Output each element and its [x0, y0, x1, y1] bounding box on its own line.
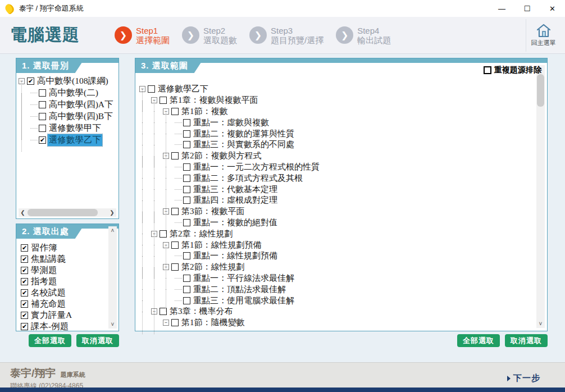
- tree-checkbox[interactable]: [171, 152, 179, 159]
- scroll-left-icon[interactable]: ❮: [19, 208, 27, 217]
- scope-vertical-scrollbar[interactable]: ˄ ˅: [536, 65, 545, 328]
- tree-item-label[interactable]: 高中數學(108課綱): [36, 75, 110, 87]
- source-vertical-scrollbar[interactable]: ˄ ˅: [108, 226, 117, 329]
- tree-item-label[interactable]: 第1節：線性規劃預備: [180, 240, 263, 250]
- tree-checkbox[interactable]: [39, 125, 46, 132]
- step-step4[interactable]: ❯Step4輸出試題: [336, 26, 391, 45]
- tree-collapse-icon[interactable]: −: [163, 320, 169, 326]
- step-step1[interactable]: ❯Step1選擇範圍: [115, 26, 170, 45]
- main-area: 1. 選取冊別 −✔高中數學(108課綱)高中數學(二)高中數學(四)A下高中數…: [0, 54, 565, 362]
- tree-checkbox[interactable]: [171, 241, 179, 249]
- source-checkbox[interactable]: ✔: [21, 312, 28, 319]
- tree-item-label[interactable]: 第3章：機率分布: [168, 306, 234, 317]
- tree-checkbox[interactable]: [39, 89, 46, 97]
- source-checkbox[interactable]: ✔: [21, 289, 28, 297]
- step-step3[interactable]: ❯Step3題目預覽/選擇: [249, 26, 323, 45]
- close-button[interactable]: ✕: [540, 0, 565, 17]
- source-item-label[interactable]: 實力評量A: [30, 309, 73, 321]
- scroll-down-icon[interactable]: ˅: [536, 320, 545, 328]
- source-item-label[interactable]: 焦點講義: [30, 253, 67, 265]
- tree-indent: [19, 122, 30, 134]
- volume-horizontal-scrollbar[interactable]: ❮ ❯: [19, 208, 116, 217]
- tree-item-label[interactable]: 高中數學(四)A下: [48, 99, 115, 111]
- source-checkbox[interactable]: ✔: [21, 323, 28, 330]
- tree-item-label[interactable]: 選修數學乙下: [48, 134, 102, 146]
- scroll-down-icon[interactable]: ˅: [108, 320, 117, 329]
- tree-item-label[interactable]: 重點一：複數的絕對值: [192, 217, 279, 228]
- tree-checkbox[interactable]: [183, 130, 190, 138]
- tree-item-label[interactable]: 重點四：虛根成對定理: [192, 195, 279, 206]
- tree-item-label[interactable]: 第3節：複數平面: [180, 206, 246, 217]
- next-step-button[interactable]: 下一步: [507, 373, 540, 384]
- dedupe-option[interactable]: 重複題源排除: [484, 65, 541, 75]
- tree-checkbox[interactable]: ✔: [39, 136, 46, 144]
- source-checkbox[interactable]: ✔: [21, 267, 28, 274]
- tree-checkbox[interactable]: [171, 108, 179, 115]
- scope-select-all-button[interactable]: 全部選取: [457, 334, 500, 347]
- source-deselect-all-button[interactable]: 取消選取: [76, 334, 119, 347]
- tree-checkbox[interactable]: [183, 119, 190, 126]
- tree-checkbox[interactable]: [183, 275, 190, 282]
- tree-checkbox[interactable]: [183, 163, 190, 171]
- tree-checkbox[interactable]: [183, 175, 190, 182]
- scroll-thumb[interactable]: [28, 209, 98, 216]
- scope-deselect-all-button[interactable]: 取消選取: [505, 334, 548, 347]
- source-checkbox[interactable]: ✔: [21, 256, 28, 263]
- scroll-up-icon[interactable]: ˄: [108, 226, 117, 235]
- maximize-button[interactable]: ☐: [514, 0, 540, 17]
- tree-checkbox[interactable]: [183, 286, 190, 293]
- tree-checkbox[interactable]: [183, 219, 190, 226]
- tree-item-label[interactable]: 重點三：使用電腦求最佳解: [192, 295, 295, 306]
- tree-checkbox[interactable]: [39, 113, 46, 120]
- step-step2[interactable]: ❯Step2選取題數: [182, 26, 237, 45]
- tree-checkbox[interactable]: [183, 141, 190, 148]
- source-checkbox[interactable]: ✔: [21, 244, 28, 252]
- tree-checkbox[interactable]: ✔: [27, 78, 34, 85]
- source-item-label[interactable]: 學測題: [30, 265, 58, 276]
- source-checkbox-list: ✔習作簿✔焦點講義✔學測題✔指考題✔名校試題✔補充命題✔實力評量A✔課本-例題: [16, 239, 119, 332]
- scroll-thumb[interactable]: [537, 74, 544, 107]
- tree-checkbox[interactable]: [160, 97, 167, 104]
- tree-indent: [139, 217, 151, 229]
- tree-checkbox[interactable]: [183, 297, 190, 304]
- source-checkbox[interactable]: ✔: [21, 278, 28, 285]
- source-select-all-button[interactable]: 全部選取: [29, 334, 71, 347]
- tree-checkbox[interactable]: [183, 197, 190, 204]
- tree-checkbox[interactable]: [39, 101, 46, 108]
- tree-checkbox[interactable]: [183, 252, 190, 259]
- tree-item-label[interactable]: 第2節：線性規劃: [180, 262, 246, 272]
- source-item-label[interactable]: 課本-例題: [30, 321, 70, 332]
- tree-checkbox[interactable]: [171, 319, 179, 326]
- tree-item-label[interactable]: 重點二：頂點法求最佳解: [192, 284, 287, 295]
- tree-item-label[interactable]: 重點二：複數的運算與性質: [192, 129, 295, 139]
- home-button[interactable]: 回主選單: [526, 19, 561, 52]
- source-item-label[interactable]: 指考題: [30, 276, 58, 288]
- tree-item-label[interactable]: 重點一：平行線法求最佳解: [192, 273, 295, 284]
- tree-item-label[interactable]: 高中數學(四)B下: [48, 111, 114, 122]
- source-checkbox[interactable]: ✔: [21, 300, 28, 308]
- scroll-right-icon[interactable]: ❯: [108, 208, 116, 217]
- tree-item-label[interactable]: 高中數學(二): [48, 87, 99, 99]
- source-item-label[interactable]: 補充命題: [30, 298, 67, 310]
- tree-item-label[interactable]: 第2章：線性規劃: [168, 229, 234, 239]
- tree-checkbox[interactable]: [171, 208, 179, 215]
- source-item-label[interactable]: 名校試題: [30, 287, 67, 299]
- source-item-label[interactable]: 習作簿: [30, 242, 58, 254]
- tree-checkbox[interactable]: [171, 263, 179, 271]
- tree-item-label[interactable]: 選修數學甲下: [48, 122, 102, 134]
- tree-item-label[interactable]: 第1章：複數與複數平面: [168, 95, 259, 106]
- tree-item-label[interactable]: 第1節：複數: [180, 106, 229, 117]
- tree-item-label[interactable]: 第1節：隨機變數: [180, 317, 246, 328]
- tree-item-label[interactable]: 重點一：線性規劃預備: [192, 250, 279, 261]
- tree-item-label[interactable]: 重點三：與實數系的不同處: [192, 139, 295, 150]
- tree-item-label[interactable]: 重點一：一元二次方程式根的性質: [192, 162, 321, 172]
- tree-checkbox[interactable]: [148, 85, 155, 93]
- tree-item-label[interactable]: 選修數學乙下: [157, 84, 209, 94]
- tree-item-label[interactable]: 重點一：虛數與複數: [192, 117, 270, 128]
- dedupe-checkbox[interactable]: [484, 66, 491, 74]
- tree-checkbox[interactable]: [183, 186, 190, 193]
- tree-item-label[interactable]: 重點二：多項式方程式及其根: [192, 173, 304, 184]
- tree-item-label[interactable]: 第2節：複數與方程式: [180, 151, 263, 161]
- tree-item-label[interactable]: 重點三：代數基本定理: [192, 184, 279, 195]
- minimize-button[interactable]: —: [489, 0, 514, 17]
